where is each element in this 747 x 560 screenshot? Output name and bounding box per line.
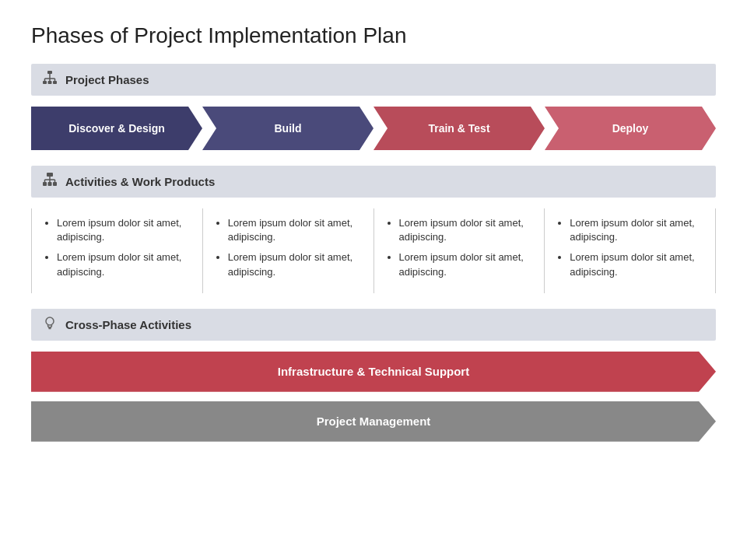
project-management-bar: Project Management xyxy=(31,401,716,442)
activities-grid: Lorem ipsum dolor sit amet, adipiscing. … xyxy=(31,208,716,293)
phases-row: Discover & Design Build Train & Test Dep… xyxy=(31,107,716,150)
list-item: Lorem ipsum dolor sit amet, adipiscing. xyxy=(57,216,190,244)
list-item: Lorem ipsum dolor sit amet, adipiscing. xyxy=(228,250,361,278)
list-item: Lorem ipsum dolor sit amet, adipiscing. xyxy=(399,250,532,278)
project-phases-label: Project Phases xyxy=(65,73,149,86)
svg-rect-0 xyxy=(47,71,52,74)
list-item: Lorem ipsum dolor sit amet, adipiscing. xyxy=(228,216,361,244)
activities-header: Activities & Work Products xyxy=(31,166,716,198)
cross-phase-bars: Infrastructure & Technical Support Proje… xyxy=(31,352,716,442)
svg-rect-1 xyxy=(43,81,47,84)
svg-rect-11 xyxy=(48,182,52,186)
list-item: Lorem ipsum dolor sit amet, adipiscing. xyxy=(57,250,190,278)
infrastructure-bar: Infrastructure & Technical Support xyxy=(31,352,716,392)
svg-point-18 xyxy=(46,317,54,325)
activity-col-4: Lorem ipsum dolor sit amet, adipiscing. … xyxy=(545,208,716,293)
phase-deploy: Deploy xyxy=(545,107,716,150)
list-item: Lorem ipsum dolor sit amet, adipiscing. xyxy=(399,216,532,244)
org-chart-icon xyxy=(42,70,58,89)
phase-build: Build xyxy=(202,107,374,150)
activity-col-1: Lorem ipsum dolor sit amet, adipiscing. … xyxy=(32,208,203,293)
list-item: Lorem ipsum dolor sit amet, adipiscing. xyxy=(570,250,703,278)
page-title: Phases of Project Implementation Plan xyxy=(31,23,716,48)
cross-phase-label: Cross-Phase Activities xyxy=(65,318,191,331)
svg-rect-2 xyxy=(48,81,52,84)
activity-col-2: Lorem ipsum dolor sit amet, adipiscing. … xyxy=(203,208,374,293)
cross-phase-header: Cross-Phase Activities xyxy=(31,309,716,341)
project-phases-header: Project Phases xyxy=(31,64,716,96)
list-item: Lorem ipsum dolor sit amet, adipiscing. xyxy=(570,216,703,244)
svg-rect-12 xyxy=(53,182,57,186)
phase-train-test: Train & Test xyxy=(374,107,545,150)
activity-col-3: Lorem ipsum dolor sit amet, adipiscing. … xyxy=(374,208,545,293)
phase-discover-design: Discover & Design xyxy=(31,107,202,150)
activities-label: Activities & Work Products xyxy=(65,175,215,188)
svg-rect-10 xyxy=(43,182,47,186)
svg-rect-9 xyxy=(47,173,53,177)
activities-icon xyxy=(42,172,58,191)
svg-rect-3 xyxy=(53,81,57,84)
lightbulb-icon xyxy=(42,315,58,334)
